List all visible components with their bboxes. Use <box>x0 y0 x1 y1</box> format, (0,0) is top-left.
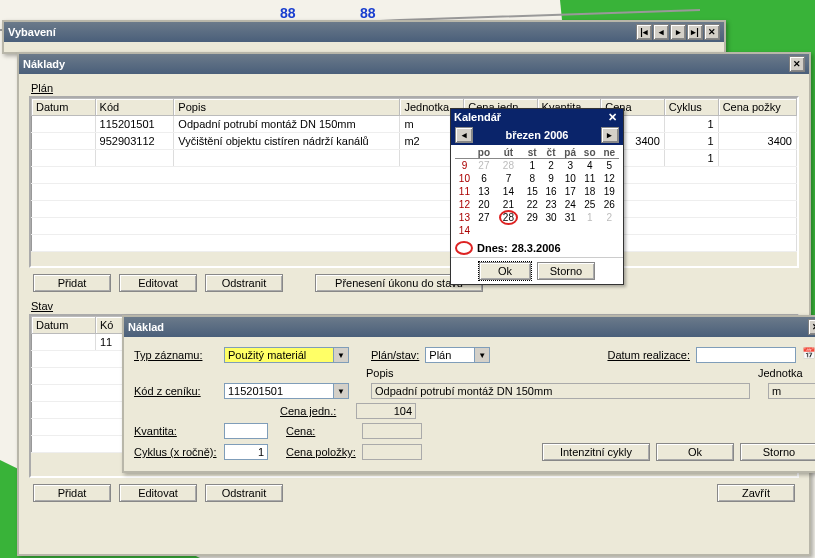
naklad-storno-button[interactable]: Storno <box>740 443 815 461</box>
calendar-day[interactable]: 31 <box>560 211 580 224</box>
naklad-title: Náklad <box>128 321 164 333</box>
calendar-day[interactable]: 3 <box>560 159 580 173</box>
plan-stav-combo[interactable]: Plán ▼ <box>425 347 490 363</box>
popis-label: Popis <box>366 367 752 379</box>
datum-realizace-label: Datum realizace: <box>607 349 690 361</box>
calendar-week-number: 11 <box>455 185 474 198</box>
plan-edit-button[interactable]: Editovat <box>119 274 197 292</box>
calendar-day[interactable]: 1 <box>580 211 600 224</box>
kod-z-ceniku-label: Kód z ceníku: <box>134 385 218 397</box>
calendar-day[interactable]: 14 <box>494 185 523 198</box>
close-button-vybaveni[interactable]: ✕ <box>704 24 720 40</box>
stav-group-label: Stav <box>31 300 799 312</box>
naklad-close-button[interactable]: ✕ <box>808 319 815 335</box>
nav-prev-button[interactable]: ◂ <box>653 24 669 40</box>
calendar-day[interactable]: 12 <box>599 172 619 185</box>
plan-table[interactable]: Datum Kód Popis Jednotka Cena jedn. Kvan… <box>31 98 797 252</box>
calendar-weekday-header: út <box>494 147 523 159</box>
calendar-day[interactable]: 17 <box>560 185 580 198</box>
calendar-day[interactable]: 8 <box>523 172 542 185</box>
calendar-cancel-button[interactable]: Storno <box>537 262 595 280</box>
calendar-day[interactable]: 23 <box>542 198 561 211</box>
calendar-day[interactable]: 22 <box>523 198 542 211</box>
col-datum[interactable]: Datum <box>32 99 96 116</box>
calendar-day[interactable]: 13 <box>474 185 494 198</box>
plan-add-button[interactable]: Přidat <box>33 274 111 292</box>
calendar-prev-button[interactable]: ◂ <box>455 127 473 143</box>
nav-first-button[interactable]: |◂ <box>636 24 652 40</box>
calendar-day[interactable]: 29 <box>523 211 542 224</box>
calendar-day[interactable]: 19 <box>599 185 619 198</box>
calendar-day[interactable]: 18 <box>580 185 600 198</box>
calendar-day[interactable]: 26 <box>599 198 619 211</box>
calendar-week-number: 12 <box>455 198 474 211</box>
chevron-down-icon[interactable]: ▼ <box>334 383 349 399</box>
calendar-day[interactable]: 27 <box>474 159 494 173</box>
date-picker-icon[interactable]: 📅 <box>802 347 815 363</box>
calendar-day[interactable]: 16 <box>542 185 561 198</box>
kvantita-field[interactable] <box>224 423 268 439</box>
calendar-day[interactable]: 10 <box>560 172 580 185</box>
cyklus-field[interactable]: 1 <box>224 444 268 460</box>
calendar-title: Kalendář <box>454 111 501 123</box>
calendar-day[interactable]: 4 <box>580 159 600 173</box>
calendar-day[interactable]: 5 <box>599 159 619 173</box>
calendar-month-label: březen 2006 <box>506 129 569 141</box>
svg-text:88: 88 <box>360 5 376 21</box>
col-cena-pozky[interactable]: Cena požky <box>718 99 796 116</box>
col-datum-stav[interactable]: Datum <box>32 317 96 334</box>
calendar-grid[interactable]: poútstčtpásone 9272812345106789101112111… <box>455 147 619 237</box>
calendar-day[interactable]: 15 <box>523 185 542 198</box>
chevron-down-icon[interactable]: ▼ <box>475 347 490 363</box>
calendar-day[interactable]: 9 <box>542 172 561 185</box>
plan-delete-button[interactable]: Odstranit <box>205 274 283 292</box>
nav-last-button[interactable]: ▸| <box>687 24 703 40</box>
table-row[interactable]: 952903112 Vyčištění objektu cistíren nád… <box>32 133 797 150</box>
col-cyklus[interactable]: Cyklus <box>664 99 718 116</box>
stav-edit-button[interactable]: Editovat <box>119 484 197 502</box>
calendar-ok-button[interactable]: Ok <box>479 262 531 280</box>
calendar-day[interactable]: 28 <box>494 211 523 224</box>
today-marker-icon <box>455 241 473 255</box>
calendar-day[interactable]: 2 <box>542 159 561 173</box>
calendar-day[interactable]: 27 <box>474 211 494 224</box>
calendar-weekday-header: st <box>523 147 542 159</box>
table-row[interactable]: 115201501 Odpadní potrubí montáž DN 150m… <box>32 116 797 133</box>
calendar-day[interactable]: 1 <box>523 159 542 173</box>
calendar-day[interactable]: 6 <box>474 172 494 185</box>
chevron-down-icon[interactable]: ▼ <box>334 347 349 363</box>
calendar-weekday-header: po <box>474 147 494 159</box>
calendar-week-number: 10 <box>455 172 474 185</box>
col-kod[interactable]: Kód <box>95 99 174 116</box>
nav-next-button[interactable]: ▸ <box>670 24 686 40</box>
svg-text:88: 88 <box>280 5 296 21</box>
calendar-day[interactable]: 20 <box>474 198 494 211</box>
today-label: Dnes: <box>477 242 508 254</box>
calendar-day <box>494 224 523 237</box>
close-button-naklady[interactable]: ✕ <box>789 56 805 72</box>
stav-add-button[interactable]: Přidat <box>33 484 111 502</box>
typ-zaznamu-combo[interactable]: Použitý materiál ▼ <box>224 347 349 363</box>
calendar-day[interactable]: 30 <box>542 211 561 224</box>
calendar-day <box>474 224 494 237</box>
calendar-day[interactable]: 11 <box>580 172 600 185</box>
calendar-close-button[interactable]: ✕ <box>608 111 620 123</box>
naklad-ok-button[interactable]: Ok <box>656 443 734 461</box>
cena-polozky-label: Cena položky: <box>286 446 356 458</box>
plan-group-label: Plán <box>31 82 799 94</box>
datum-realizace-field[interactable] <box>696 347 796 363</box>
calendar-weekday-header: so <box>580 147 600 159</box>
calendar-day[interactable]: 25 <box>580 198 600 211</box>
intenzitni-button[interactable]: Intenzitní cykly <box>542 443 650 461</box>
cena-jedn-label: Cena jedn.: <box>280 405 350 417</box>
kod-z-ceniku-combo[interactable]: 115201501 ▼ <box>224 383 349 399</box>
calendar-day[interactable]: 28 <box>494 159 523 173</box>
calendar-next-button[interactable]: ▸ <box>601 127 619 143</box>
calendar-day[interactable]: 7 <box>494 172 523 185</box>
jednotka-field: m <box>768 383 815 399</box>
close-button-main[interactable]: Zavřít <box>717 484 795 502</box>
stav-delete-button[interactable]: Odstranit <box>205 484 283 502</box>
calendar-day[interactable]: 2 <box>599 211 619 224</box>
calendar-day[interactable]: 24 <box>560 198 580 211</box>
col-popis[interactable]: Popis <box>174 99 400 116</box>
